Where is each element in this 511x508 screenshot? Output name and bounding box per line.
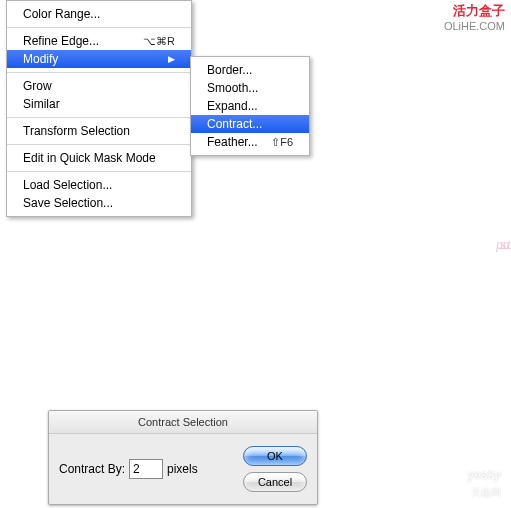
watermark-top: 活力盒子 OLiHE.COM: [444, 2, 505, 32]
menu-item-label: Save Selection...: [23, 196, 113, 210]
select-menu-item-edit-in-quick-mask-mode[interactable]: Edit in Quick Mask Mode: [7, 149, 191, 167]
menu-item-label: Expand...: [207, 99, 258, 113]
cancel-button[interactable]: Cancel: [243, 472, 307, 492]
menu-item-label: Edit in Quick Mask Mode: [23, 151, 156, 165]
menu-item-label: Modify: [23, 52, 58, 66]
modify-submenu-item-expand[interactable]: Expand...: [191, 97, 309, 115]
modify-submenu-item-border[interactable]: Border...: [191, 61, 309, 79]
menu-separator: [7, 144, 191, 145]
select-menu-item-color-range[interactable]: Color Range...: [7, 5, 191, 23]
watermark-bottom: yesky 天极网: [468, 454, 501, 500]
menu-item-label: Refine Edge...: [23, 34, 99, 48]
menu-item-label: Contract...: [207, 117, 262, 131]
modify-submenu-item-smooth[interactable]: Smooth...: [191, 79, 309, 97]
submenu-arrow-icon: ▶: [168, 54, 175, 64]
menu-item-label: Transform Selection: [23, 124, 130, 138]
select-menu-item-load-selection[interactable]: Load Selection...: [7, 176, 191, 194]
contract-by-label: Contract By:: [59, 462, 125, 476]
modify-submenu-item-contract[interactable]: Contract...: [191, 115, 309, 133]
dialog-title: Contract Selection: [49, 411, 317, 434]
menu-separator: [7, 171, 191, 172]
menu-shortcut: ⇧F6: [271, 136, 293, 149]
select-menu-item-similar[interactable]: Similar: [7, 95, 191, 113]
menu-item-label: Load Selection...: [23, 178, 112, 192]
menu-separator: [7, 117, 191, 118]
menu-item-label: Color Range...: [23, 7, 100, 21]
menu-item-label: Similar: [23, 97, 60, 111]
menu-separator: [7, 72, 191, 73]
modify-submenu: Border...Smooth...Expand...Contract...Fe…: [190, 56, 310, 156]
menu-item-label: Feather...: [207, 135, 258, 149]
modify-submenu-item-feather[interactable]: Feather...⇧F6: [191, 133, 309, 151]
select-menu-dropdown: Color Range...Refine Edge...⌥⌘RModify▶Gr…: [6, 0, 192, 217]
contract-by-input[interactable]: [129, 459, 163, 479]
select-menu-item-grow[interactable]: Grow: [7, 77, 191, 95]
contract-selection-dialog: Contract Selection Contract By: pixels O…: [48, 410, 318, 505]
select-menu-item-modify[interactable]: Modify▶: [7, 50, 191, 68]
menu-item-label: Grow: [23, 79, 52, 93]
select-menu-item-save-selection[interactable]: Save Selection...: [7, 194, 191, 212]
units-label: pixels: [167, 462, 198, 476]
menu-shortcut: ⌥⌘R: [143, 35, 175, 48]
select-menu-item-transform-selection[interactable]: Transform Selection: [7, 122, 191, 140]
select-menu-item-refine-edge[interactable]: Refine Edge...⌥⌘R: [7, 32, 191, 50]
ok-button[interactable]: OK: [243, 446, 307, 466]
document-canvas-text: psdtut: [496, 130, 511, 280]
menu-item-label: Smooth...: [207, 81, 258, 95]
menu-separator: [7, 27, 191, 28]
menu-item-label: Border...: [207, 63, 252, 77]
